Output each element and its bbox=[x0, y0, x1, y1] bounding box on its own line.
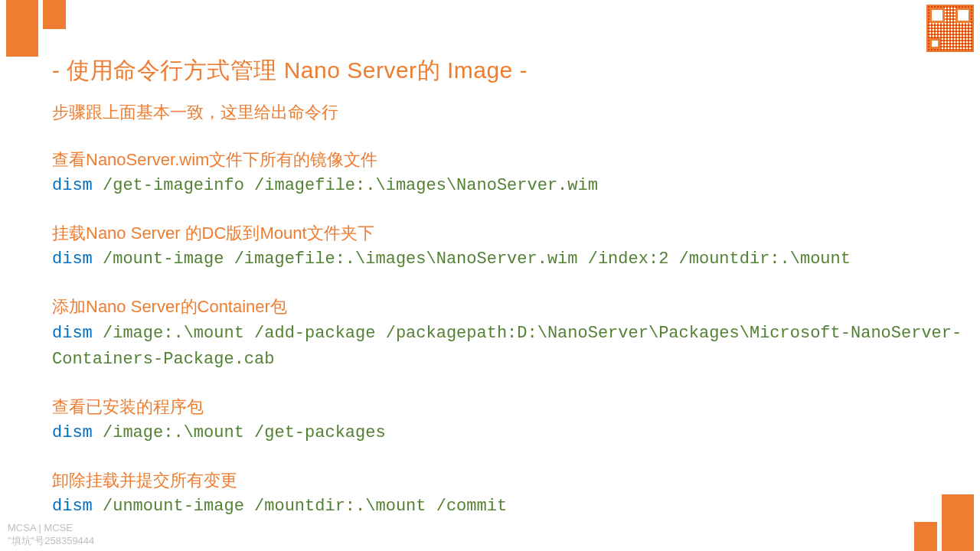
section-cmd: dism /get-imageinfo /imagefile:.\images\… bbox=[52, 173, 965, 199]
section-4: 卸除挂载并提交所有变更 dism /unmount-image /mountdi… bbox=[52, 468, 965, 520]
section-cmd: dism /image:.\mount /add-package /packag… bbox=[52, 321, 965, 373]
slide-content: 步骤跟上面基本一致，这里给出命令行 查看NanoServer.wim文件下所有的… bbox=[52, 99, 965, 541]
section-cmd: dism /unmount-image /mountdir:.\mount /c… bbox=[52, 494, 965, 520]
cmd-name: dism bbox=[52, 249, 93, 269]
footer-line2: "填坑"号258359444 bbox=[8, 535, 94, 548]
cmd-args: /unmount-image /mountdir:.\mount /commit bbox=[93, 497, 507, 516]
section-desc: 查看已安装的程序包 bbox=[52, 394, 965, 420]
section-cmd: dism /mount-image /imagefile:.\images\Na… bbox=[52, 246, 965, 272]
section-desc: 添加Nano Server的Container包 bbox=[52, 294, 965, 320]
section-0: 查看NanoServer.wim文件下所有的镜像文件 dism /get-ima… bbox=[52, 147, 965, 199]
qr-code bbox=[926, 5, 974, 52]
cmd-name: dism bbox=[52, 324, 93, 343]
cmd-args: /mount-image /imagefile:.\images\NanoSer… bbox=[93, 249, 851, 269]
section-3: 查看已安装的程序包 dism /image:.\mount /get-packa… bbox=[52, 394, 965, 446]
section-desc: 查看NanoServer.wim文件下所有的镜像文件 bbox=[52, 147, 965, 173]
section-desc: 挂载Nano Server 的DC版到Mount文件夹下 bbox=[52, 220, 965, 246]
section-2: 添加Nano Server的Container包 dism /image:.\m… bbox=[52, 294, 965, 372]
decor-top-left-2 bbox=[43, 0, 66, 29]
cmd-name: dism bbox=[52, 423, 93, 442]
footer-line1: MCSA | MCSE bbox=[8, 522, 94, 535]
cmd-name: dism bbox=[52, 497, 93, 516]
decor-top-left-1 bbox=[6, 0, 38, 57]
cmd-name: dism bbox=[52, 176, 93, 195]
footer: MCSA | MCSE "填坑"号258359444 bbox=[8, 522, 94, 548]
section-desc: 卸除挂载并提交所有变更 bbox=[52, 468, 965, 494]
section-1: 挂载Nano Server 的DC版到Mount文件夹下 dism /mount… bbox=[52, 220, 965, 272]
intro-text: 步骤跟上面基本一致，这里给出命令行 bbox=[52, 99, 965, 126]
cmd-args: /image:.\mount /add-package /packagepath… bbox=[52, 324, 962, 369]
section-cmd: dism /image:.\mount /get-packages bbox=[52, 420, 965, 446]
cmd-args: /image:.\mount /get-packages bbox=[93, 423, 386, 442]
cmd-args: /get-imageinfo /imagefile:.\images\NanoS… bbox=[93, 176, 598, 195]
slide-title: - 使用命令行方式管理 Nano Server的 Image - bbox=[52, 55, 528, 86]
